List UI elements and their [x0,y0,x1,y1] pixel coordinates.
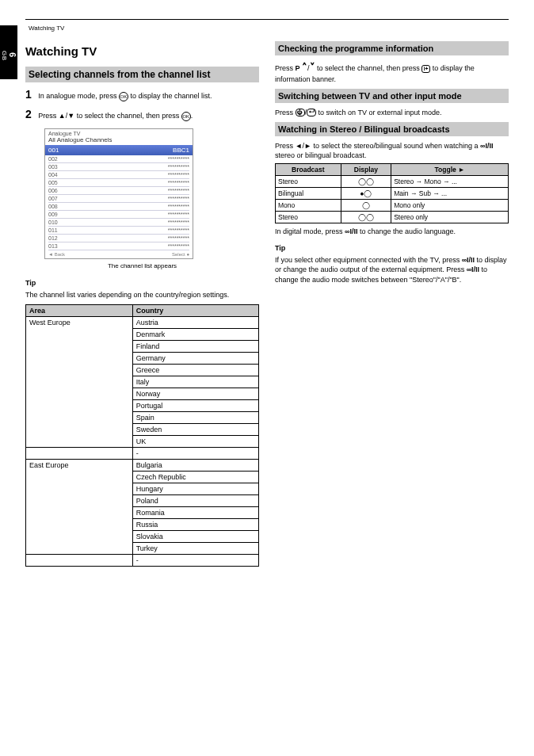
down-icon: ▼ [67,112,74,120]
subhead-switch-input: Switching between TV and other input mod… [275,89,509,103]
menu-sel-num: 001 [48,147,59,154]
section-title: Watching TV [25,44,259,59]
country-cell: Slovakia [132,530,258,542]
broadcast-cell: Mono [276,200,341,212]
area-cell: East Europe [26,459,133,554]
table-row: Bilingual●◯Main → Sub → ... [276,188,509,200]
country-cell: Finland [132,340,258,352]
stereo-hdr-display: Display [341,164,391,176]
display-cell: ◯ [341,200,391,212]
table-row: - [26,554,259,566]
menu-foot-left: Back [55,252,65,257]
power-icon: ⏻ [296,109,305,116]
page-header: Watching TV [29,25,509,32]
menu-row: 009********** [48,211,189,219]
step-2-text-b: to select the channel, then press [77,112,181,120]
step-1-text-b: to display the channel list. [130,92,212,100]
country-table: Area Country West EuropeAustriaDenmarkFi… [25,304,259,567]
menu-selected-row: 001 BBC1 [45,145,193,155]
tip-label-right: Tip [275,244,509,252]
country-cell: Denmark [132,328,258,340]
menu-footer: ◄ Back Select ● [45,250,193,258]
audio-I-II-icon: ∞I/II [480,142,493,150]
select-icon: ● [186,252,189,257]
menu-row: 013********** [48,242,189,250]
prog-info-text: Press P ˄/˅ to select the channel, then … [275,60,509,84]
country-cell: Czech Republic [132,471,258,483]
broadcast-cell: Stereo [276,212,341,223]
toggle-cell: Stereo → Mono → ... [391,176,509,188]
country-cell: Romania [132,506,258,518]
menu-row: 002********** [48,155,189,163]
display-cell: ◯◯ [341,176,391,188]
country-cell: Poland [132,494,258,506]
page-side-tab: 6 GB [0,25,17,79]
country-cell: - [132,447,258,459]
audio-I-II-icon-4: ∞I/II [467,265,479,273]
menu-row: 008********** [48,203,189,211]
play-icon: ► [458,166,464,174]
step-2-tail: . [191,112,193,120]
table-row: Stereo◯◯Stereo → Mono → ... [276,176,509,188]
table-row: Mono◯Mono only [276,200,509,212]
menu-caption: The channel list appears [25,262,259,271]
switch-input-text: Press ⏻/⮠ to switch on TV or external in… [275,108,509,117]
display-cell: ●◯ [341,188,391,200]
toggle-cell: Stereo only [391,212,509,223]
menu-row: 012********** [48,235,189,242]
chevron-down-icon: ˅ [310,61,315,73]
country-cell: - [132,554,258,566]
table-row: - [26,447,259,459]
input-source-icon: ⮠ [307,109,316,116]
step-number: 1 [25,88,32,101]
menu-row: 011********** [48,227,189,235]
menu-sel-name: BBC1 [173,147,189,154]
right-icon: ► [304,142,311,150]
table-row: East EuropeBulgaria [26,459,259,471]
menu-row: 003********** [48,163,189,171]
toggle-cell: Main → Sub → ... [391,188,509,200]
chevron-up-icon: ˄ [302,61,307,73]
step-2-text-a: Press [38,112,59,120]
ok-button-icon-2: OK [181,112,191,121]
audio-I-II-icon-2: ∞I/II [345,227,357,235]
menu-title: Analogue TV [45,129,193,136]
country-cell: Sweden [132,423,258,435]
area-cell: West Europe [26,316,133,447]
channel-list-screenshot: Analogue TV All Analogue Channels 001 BB… [44,128,193,259]
stereo-intro: Press ◄/► to select the stereo/bilingual… [275,141,509,160]
country-cell: UK [132,435,258,447]
broadcast-cell: Stereo [276,176,341,188]
stereo-hdr-broadcast: Broadcast [276,164,341,176]
left-column: Watching TV Selecting channels from the … [25,36,259,567]
tip-label: Tip [25,279,259,287]
top-rule [25,19,509,20]
table-row: Stereo◯◯Stereo only [276,212,509,223]
menu-subtitle: All Analogue Channels [45,136,193,145]
menu-row: 007********** [48,195,189,203]
subhead-channel-list: Selecting channels from the channel list [25,67,259,82]
page-side-label: GB [1,32,8,79]
menu-row: 006********** [48,187,189,195]
tip-text: The channel list varies depending on the… [25,290,259,300]
menu-rows: 002**********003**********004**********0… [45,155,193,250]
toggle-cell: Mono only [391,200,509,212]
page-number: 6 [8,30,17,79]
stereo-hdr-toggle: Toggle ► [391,164,509,176]
digital-mode-text: In digital mode, press ∞I/II to change t… [275,227,509,236]
step-number-2: 2 [25,108,32,120]
country-cell: Germany [132,352,258,364]
subhead-stereo: Watching in Stereo / Bilingual broadcast… [275,122,509,136]
country-cell: Italy [132,376,258,388]
country-cell: Norway [132,388,258,399]
area-cell [26,447,133,459]
info-plus-icon: i+ [421,65,430,73]
right-column: Checking the programme information Press… [275,36,509,567]
step-1: 1 In analogue mode, press OK to display … [25,87,259,102]
country-cell: Turkey [132,542,258,554]
country-cell: Austria [132,316,258,328]
step-1-text-a: In analogue mode, press [38,92,116,100]
back-icon: ◄ [48,252,53,257]
country-table-hdr-country: Country [132,304,258,316]
country-cell: Portugal [132,399,258,411]
